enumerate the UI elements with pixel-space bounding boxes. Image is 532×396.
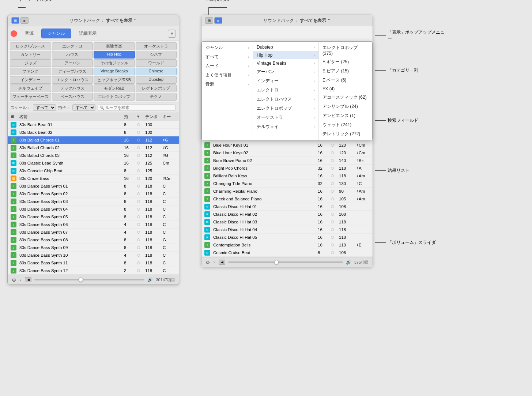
table-row[interactable]: ≋Classic Disco Hi Hat 0116108 bbox=[201, 203, 373, 211]
table-row[interactable]: ♪80s Dance Bass Synth 048118C bbox=[8, 205, 179, 213]
dropdown-item[interactable]: Vintage Breaks› bbox=[253, 59, 318, 67]
right-play-btn[interactable]: ◀ bbox=[219, 260, 225, 265]
fav-dot[interactable] bbox=[137, 254, 140, 257]
left-tab-genre[interactable]: ジャンル bbox=[41, 29, 71, 38]
fav-dot[interactable] bbox=[137, 192, 140, 195]
right-list-view-btn[interactable]: ≡ bbox=[214, 17, 222, 24]
fav-dot[interactable] bbox=[137, 123, 140, 126]
dropdown-item[interactable]: エレクトロハウス› bbox=[253, 95, 318, 104]
dropdown-item[interactable]: E.ギター (25) bbox=[319, 57, 372, 67]
fav-dot[interactable] bbox=[331, 213, 334, 216]
dropdown-item[interactable]: ジャンル› bbox=[202, 43, 253, 52]
left-scale-select[interactable]: すべて bbox=[33, 104, 56, 111]
table-row[interactable]: ♪Blue Hour Keys 0116120♯Cm bbox=[201, 142, 373, 149]
left-tab-detail[interactable]: 詳細表示 bbox=[73, 29, 103, 38]
dropdown-item[interactable]: エレクトロポップ› bbox=[253, 104, 318, 113]
left-grid-view-btn[interactable]: ⊞ bbox=[11, 17, 19, 24]
genre-tag-23[interactable]: レゲトンポップ bbox=[136, 84, 177, 92]
table-row[interactable]: ♪Contemplation Bells16110♯E bbox=[201, 241, 373, 249]
fav-dot[interactable] bbox=[331, 205, 334, 208]
fav-dot[interactable] bbox=[137, 238, 140, 241]
table-row[interactable]: ♪80s Dance Bass Synth 098118C bbox=[8, 244, 179, 252]
dropdown-item[interactable]: インディー› bbox=[253, 76, 318, 86]
table-row[interactable]: ♪80s Ballad Chords 0316112♯G bbox=[8, 152, 179, 159]
left-close-btn[interactable]: × bbox=[11, 30, 17, 37]
genre-tag-11[interactable]: ワールド bbox=[136, 59, 177, 67]
dropdown-item[interactable]: アコースティック (62) bbox=[319, 93, 372, 102]
left-tab-source[interactable]: 音源 bbox=[19, 29, 40, 38]
genre-tag-0[interactable]: ロック/ブルース bbox=[10, 42, 51, 50]
genre-tag-9[interactable]: アーバン bbox=[52, 59, 93, 67]
table-row[interactable]: ♪80s Dance Bass Synth 088118G bbox=[8, 236, 179, 244]
genre-tag-27[interactable]: テクノ bbox=[136, 93, 177, 101]
left-search-input[interactable] bbox=[105, 105, 174, 110]
fav-dot[interactable] bbox=[137, 246, 140, 249]
genre-tag-22[interactable]: モダンR&B bbox=[94, 84, 135, 92]
genre-tag-4[interactable]: カントリー bbox=[10, 51, 51, 59]
table-row[interactable]: ≋Classic Disco Hi Hat 0416118 bbox=[201, 226, 373, 234]
genre-tag-3[interactable]: オーケストラ bbox=[136, 42, 177, 50]
right-smiley-btn[interactable]: ☺ bbox=[205, 259, 210, 265]
genre-tag-14[interactable]: Vintage Breaks bbox=[94, 68, 135, 75]
genre-tag-24[interactable]: フューチャーベース bbox=[10, 93, 51, 101]
fav-dot[interactable] bbox=[137, 261, 140, 264]
dropdown-item[interactable]: E.ベース (6) bbox=[319, 76, 372, 85]
table-row[interactable]: ♪80s Ballad Chords 0216112♯G bbox=[8, 144, 179, 152]
fav-dot[interactable] bbox=[137, 177, 140, 180]
genre-tag-21[interactable]: テックハウス bbox=[52, 84, 93, 92]
table-row[interactable]: ♪80s Dance Bass Synth 118118C bbox=[8, 259, 179, 267]
fav-dot[interactable] bbox=[137, 154, 140, 157]
fav-dot[interactable] bbox=[137, 215, 140, 218]
right-volume-slider[interactable] bbox=[228, 261, 343, 263]
genre-tag-10[interactable]: その他ジャンル bbox=[94, 59, 135, 67]
left-list-view-btn[interactable]: ≡ bbox=[20, 17, 29, 24]
fav-dot[interactable] bbox=[137, 146, 140, 149]
dropdown-item[interactable]: オーケストラ› bbox=[253, 113, 318, 122]
genre-tag-8[interactable]: ジャズ bbox=[10, 59, 51, 67]
genre-tag-6[interactable]: Hip Hop bbox=[94, 51, 135, 59]
left-play-btn[interactable]: ◀ bbox=[25, 277, 31, 282]
genre-tag-17[interactable]: エレクトロハウス bbox=[52, 76, 93, 84]
left-beat-select[interactable]: すべて bbox=[72, 104, 95, 111]
genre-tag-7[interactable]: シネマ bbox=[136, 51, 177, 59]
dropdown-item[interactable]: FX (4) bbox=[319, 85, 372, 93]
genre-tag-13[interactable]: ディープハウス bbox=[52, 68, 93, 75]
table-row[interactable]: ♪Bright Pop Chords32118♯A bbox=[201, 165, 373, 172]
table-row[interactable]: ≋80s Back Beat 018100 bbox=[8, 121, 179, 129]
table-row[interactable]: ≋80s Back Beat 028100 bbox=[8, 129, 179, 136]
right-grid-view-btn[interactable]: ⊞ bbox=[205, 17, 213, 24]
table-row[interactable]: ≋Classic Disco Hi Hat 0316118 bbox=[201, 218, 373, 226]
table-row[interactable]: ♪Brilliant Rain Keys16118♯Am bbox=[201, 172, 373, 180]
genre-tag-12[interactable]: ファンク bbox=[10, 68, 51, 75]
table-row[interactable]: ♪Blue Hour Keys 0216120♯Cm bbox=[201, 149, 373, 157]
table-row[interactable]: ≋Classic Disco Hi Hat 0216108 bbox=[201, 211, 373, 218]
table-row[interactable]: ♪Born Brave Piano 0216140♯B♭ bbox=[201, 157, 373, 165]
table-row[interactable]: ▦80s Craze Bass16120♯Cm bbox=[8, 175, 179, 182]
fav-dot[interactable] bbox=[331, 251, 334, 254]
dropdown-item[interactable]: アンビエンス (1) bbox=[319, 111, 372, 120]
dropdown-item[interactable]: ムード› bbox=[202, 61, 253, 71]
dropdown-item[interactable]: アーバン› bbox=[253, 67, 318, 76]
dropdown-item[interactable]: すべて› bbox=[202, 52, 253, 61]
fav-dot[interactable] bbox=[137, 223, 140, 226]
fav-dot[interactable] bbox=[331, 190, 334, 193]
fav-dot[interactable] bbox=[137, 131, 140, 134]
table-row[interactable]: ♪Changing Tide Piano32130♯C bbox=[201, 180, 373, 188]
genre-tag-25[interactable]: ベースハウス bbox=[52, 93, 93, 101]
genre-tag-18[interactable]: ヒップホップ/R&B bbox=[94, 76, 135, 84]
dropdown-item[interactable]: チルウェイ› bbox=[253, 122, 318, 131]
genre-tag-2[interactable]: 実験音楽 bbox=[94, 42, 135, 50]
table-row[interactable]: ♪80s Dance Bass Synth 038118C bbox=[8, 198, 179, 205]
dropdown-item[interactable]: アンサンブル (24) bbox=[319, 102, 372, 111]
genre-tag-19[interactable]: Dubstep bbox=[136, 76, 177, 84]
table-row[interactable]: ≋Classic Disco Hi Hat 0516118 bbox=[201, 234, 373, 241]
fav-dot[interactable] bbox=[331, 236, 334, 239]
genre-tag-1[interactable]: エレクトロ bbox=[52, 42, 93, 50]
left-smiley-btn[interactable]: ☺ bbox=[11, 277, 16, 283]
table-row[interactable]: ♪80s Dance Bass Synth 058118C bbox=[8, 213, 179, 221]
table-row[interactable]: ♪80s Dance Bass Synth 122118C bbox=[8, 267, 179, 275]
fav-dot[interactable] bbox=[137, 169, 140, 172]
fav-dot[interactable] bbox=[137, 208, 140, 211]
table-row[interactable]: ♪Charming Recital Piano1690♯Am bbox=[201, 188, 373, 195]
dropdown-item[interactable]: エレクトロ› bbox=[253, 86, 318, 95]
